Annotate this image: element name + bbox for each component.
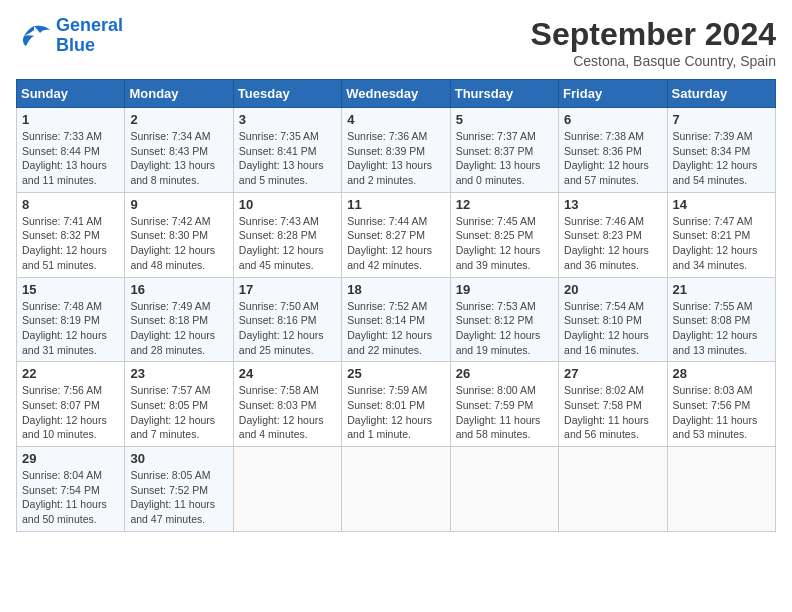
day-info: Sunrise: 7:43 AM Sunset: 8:28 PM Dayligh… (239, 214, 336, 273)
col-saturday: Saturday (667, 80, 775, 108)
sunrise-label: Sunrise: 7:47 AM (673, 215, 753, 227)
day-info: Sunrise: 7:46 AM Sunset: 8:23 PM Dayligh… (564, 214, 661, 273)
sunrise-label: Sunrise: 7:53 AM (456, 300, 536, 312)
day-info: Sunrise: 7:33 AM Sunset: 8:44 PM Dayligh… (22, 129, 119, 188)
daylight-label: Daylight: 12 hours and 13 minutes. (673, 329, 758, 356)
calendar-cell (233, 447, 341, 532)
sunset-label: Sunset: 8:14 PM (347, 314, 425, 326)
day-info: Sunrise: 7:50 AM Sunset: 8:16 PM Dayligh… (239, 299, 336, 358)
day-info: Sunrise: 7:34 AM Sunset: 8:43 PM Dayligh… (130, 129, 227, 188)
sunset-label: Sunset: 8:08 PM (673, 314, 751, 326)
day-info: Sunrise: 7:47 AM Sunset: 8:21 PM Dayligh… (673, 214, 770, 273)
day-number: 8 (22, 197, 119, 212)
calendar-week-row: 1 Sunrise: 7:33 AM Sunset: 8:44 PM Dayli… (17, 108, 776, 193)
daylight-label: Daylight: 12 hours and 45 minutes. (239, 244, 324, 271)
sunset-label: Sunset: 8:36 PM (564, 145, 642, 157)
sunrise-label: Sunrise: 7:41 AM (22, 215, 102, 227)
daylight-label: Daylight: 12 hours and 7 minutes. (130, 414, 215, 441)
logo: General Blue (16, 16, 123, 56)
location: Cestona, Basque Country, Spain (531, 53, 776, 69)
sunset-label: Sunset: 8:37 PM (456, 145, 534, 157)
day-number: 7 (673, 112, 770, 127)
col-monday: Monday (125, 80, 233, 108)
sunset-label: Sunset: 8:07 PM (22, 399, 100, 411)
page-header: General Blue September 2024 Cestona, Bas… (16, 16, 776, 69)
sunrise-label: Sunrise: 7:45 AM (456, 215, 536, 227)
day-number: 19 (456, 282, 553, 297)
sunrise-label: Sunrise: 7:46 AM (564, 215, 644, 227)
sunset-label: Sunset: 8:12 PM (456, 314, 534, 326)
calendar-cell: 11 Sunrise: 7:44 AM Sunset: 8:27 PM Dayl… (342, 192, 450, 277)
calendar-cell: 28 Sunrise: 8:03 AM Sunset: 7:56 PM Dayl… (667, 362, 775, 447)
day-info: Sunrise: 7:54 AM Sunset: 8:10 PM Dayligh… (564, 299, 661, 358)
logo-text: General Blue (56, 16, 123, 56)
col-sunday: Sunday (17, 80, 125, 108)
calendar-cell: 17 Sunrise: 7:50 AM Sunset: 8:16 PM Dayl… (233, 277, 341, 362)
day-number: 15 (22, 282, 119, 297)
sunset-label: Sunset: 7:59 PM (456, 399, 534, 411)
sunset-label: Sunset: 8:25 PM (456, 229, 534, 241)
calendar-cell: 2 Sunrise: 7:34 AM Sunset: 8:43 PM Dayli… (125, 108, 233, 193)
calendar-cell: 12 Sunrise: 7:45 AM Sunset: 8:25 PM Dayl… (450, 192, 558, 277)
day-info: Sunrise: 7:44 AM Sunset: 8:27 PM Dayligh… (347, 214, 444, 273)
daylight-label: Daylight: 12 hours and 1 minute. (347, 414, 432, 441)
daylight-label: Daylight: 11 hours and 50 minutes. (22, 498, 107, 525)
day-info: Sunrise: 8:04 AM Sunset: 7:54 PM Dayligh… (22, 468, 119, 527)
month-title: September 2024 (531, 16, 776, 53)
sunset-label: Sunset: 8:41 PM (239, 145, 317, 157)
daylight-label: Daylight: 12 hours and 42 minutes. (347, 244, 432, 271)
sunrise-label: Sunrise: 8:05 AM (130, 469, 210, 481)
day-number: 13 (564, 197, 661, 212)
day-number: 6 (564, 112, 661, 127)
day-info: Sunrise: 7:55 AM Sunset: 8:08 PM Dayligh… (673, 299, 770, 358)
sunset-label: Sunset: 7:58 PM (564, 399, 642, 411)
col-thursday: Thursday (450, 80, 558, 108)
sunrise-label: Sunrise: 7:48 AM (22, 300, 102, 312)
calendar-header-row: Sunday Monday Tuesday Wednesday Thursday… (17, 80, 776, 108)
sunset-label: Sunset: 8:43 PM (130, 145, 208, 157)
sunrise-label: Sunrise: 7:38 AM (564, 130, 644, 142)
daylight-label: Daylight: 12 hours and 48 minutes. (130, 244, 215, 271)
calendar-cell: 16 Sunrise: 7:49 AM Sunset: 8:18 PM Dayl… (125, 277, 233, 362)
day-number: 23 (130, 366, 227, 381)
day-number: 18 (347, 282, 444, 297)
sunrise-label: Sunrise: 7:34 AM (130, 130, 210, 142)
sunset-label: Sunset: 8:03 PM (239, 399, 317, 411)
sunset-label: Sunset: 8:05 PM (130, 399, 208, 411)
daylight-label: Daylight: 12 hours and 19 minutes. (456, 329, 541, 356)
day-number: 26 (456, 366, 553, 381)
daylight-label: Daylight: 12 hours and 4 minutes. (239, 414, 324, 441)
calendar-cell: 8 Sunrise: 7:41 AM Sunset: 8:32 PM Dayli… (17, 192, 125, 277)
calendar-cell: 24 Sunrise: 7:58 AM Sunset: 8:03 PM Dayl… (233, 362, 341, 447)
calendar-cell: 3 Sunrise: 7:35 AM Sunset: 8:41 PM Dayli… (233, 108, 341, 193)
sunrise-label: Sunrise: 7:39 AM (673, 130, 753, 142)
daylight-label: Daylight: 12 hours and 36 minutes. (564, 244, 649, 271)
day-info: Sunrise: 7:37 AM Sunset: 8:37 PM Dayligh… (456, 129, 553, 188)
sunset-label: Sunset: 8:01 PM (347, 399, 425, 411)
sunrise-label: Sunrise: 7:50 AM (239, 300, 319, 312)
sunrise-label: Sunrise: 8:02 AM (564, 384, 644, 396)
sunset-label: Sunset: 8:28 PM (239, 229, 317, 241)
calendar-cell: 26 Sunrise: 8:00 AM Sunset: 7:59 PM Dayl… (450, 362, 558, 447)
day-info: Sunrise: 7:36 AM Sunset: 8:39 PM Dayligh… (347, 129, 444, 188)
logo-bird-icon (16, 22, 52, 50)
sunset-label: Sunset: 8:21 PM (673, 229, 751, 241)
day-number: 28 (673, 366, 770, 381)
calendar-cell: 18 Sunrise: 7:52 AM Sunset: 8:14 PM Dayl… (342, 277, 450, 362)
sunrise-label: Sunrise: 7:49 AM (130, 300, 210, 312)
sunrise-label: Sunrise: 8:03 AM (673, 384, 753, 396)
calendar-cell: 4 Sunrise: 7:36 AM Sunset: 8:39 PM Dayli… (342, 108, 450, 193)
daylight-label: Daylight: 12 hours and 10 minutes. (22, 414, 107, 441)
sunset-label: Sunset: 7:56 PM (673, 399, 751, 411)
calendar-cell: 30 Sunrise: 8:05 AM Sunset: 7:52 PM Dayl… (125, 447, 233, 532)
daylight-label: Daylight: 11 hours and 58 minutes. (456, 414, 541, 441)
daylight-label: Daylight: 13 hours and 0 minutes. (456, 159, 541, 186)
calendar-cell: 20 Sunrise: 7:54 AM Sunset: 8:10 PM Dayl… (559, 277, 667, 362)
day-number: 24 (239, 366, 336, 381)
daylight-label: Daylight: 12 hours and 22 minutes. (347, 329, 432, 356)
day-info: Sunrise: 7:58 AM Sunset: 8:03 PM Dayligh… (239, 383, 336, 442)
day-info: Sunrise: 7:52 AM Sunset: 8:14 PM Dayligh… (347, 299, 444, 358)
calendar-week-row: 15 Sunrise: 7:48 AM Sunset: 8:19 PM Dayl… (17, 277, 776, 362)
daylight-label: Daylight: 12 hours and 57 minutes. (564, 159, 649, 186)
daylight-label: Daylight: 12 hours and 39 minutes. (456, 244, 541, 271)
